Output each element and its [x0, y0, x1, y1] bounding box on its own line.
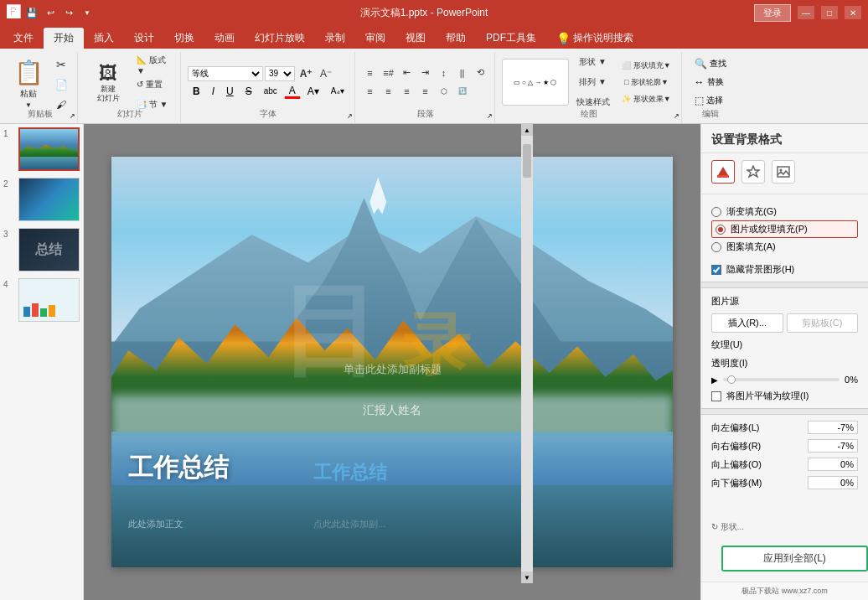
slide-thumbnail-2[interactable]: 2 [3, 178, 80, 221]
work-title[interactable]: 工作总结 [313, 460, 387, 485]
scroll-thumb[interactable] [523, 144, 531, 178]
replace-button[interactable]: ↔替换 [689, 74, 732, 91]
slide-thumbnail-1[interactable]: 1 [3, 127, 80, 171]
strikethrough-button[interactable]: S [240, 84, 257, 99]
tab-review[interactable]: 审阅 [355, 28, 395, 49]
close-button[interactable]: ✕ [845, 6, 861, 19]
slide-img-1[interactable] [18, 127, 80, 171]
font-size-select[interactable]: 39 [265, 66, 295, 81]
maximize-button[interactable]: □ [821, 6, 838, 19]
font-name-select[interactable]: 等线 [188, 66, 263, 81]
paste-button[interactable]: 📋 粘贴 ▼ [8, 59, 49, 109]
tab-record[interactable]: 录制 [315, 28, 355, 49]
offset-left-input[interactable] [808, 421, 858, 434]
main-title[interactable]: 工作总结 [128, 451, 229, 485]
shape-effect-side[interactable]: ✨ 形状效果▼ [617, 91, 676, 106]
scroll-down-button[interactable]: ▼ [521, 572, 533, 583]
apply-all-button[interactable]: 应用到全部(L) [721, 546, 868, 572]
slide-img-2[interactable] [18, 178, 80, 221]
slide-img-4[interactable] [18, 278, 80, 322]
login-button[interactable]: 登录 [754, 4, 791, 22]
new-slide-button[interactable]: 🖼 新建幻灯片 [85, 59, 132, 109]
numbering-button[interactable]: ≡# [380, 65, 397, 81]
cut-button[interactable]: ✂ [50, 55, 72, 74]
shape-fill-side[interactable]: ⬜ 形状填充▼ [617, 58, 676, 73]
slide-img-3[interactable]: 总结 [18, 228, 80, 272]
pattern-radio[interactable] [711, 242, 721, 252]
decrease-indent-button[interactable]: ⇤ [399, 65, 416, 81]
font-highlight-button[interactable]: A▾ [302, 84, 324, 99]
gradient-radio[interactable] [711, 207, 721, 217]
offset-down-input[interactable] [808, 476, 858, 489]
font-color-button[interactable]: A [284, 84, 301, 99]
tile-checkbox[interactable] [711, 391, 721, 401]
quick-customize[interactable]: ▼ [80, 6, 94, 19]
line-spacing-button[interactable]: ↕ [436, 65, 452, 81]
tab-file[interactable]: 文件 [3, 28, 44, 49]
columns-button[interactable]: || [454, 65, 471, 81]
tab-slideshow[interactable]: 幻灯片放映 [245, 28, 315, 49]
picture-icon[interactable] [772, 160, 795, 184]
font-expand[interactable]: ↗ [347, 112, 353, 120]
increase-font-button[interactable]: A⁺ [297, 65, 315, 82]
decrease-font-button[interactable]: A⁻ [317, 65, 335, 82]
fill-icon[interactable] [711, 160, 735, 184]
italic-button[interactable]: I [207, 84, 220, 99]
quick-styles-button[interactable]: 排列 ▼ [572, 74, 614, 91]
hide-graphics-option[interactable]: 隐藏背景图形(H) [701, 261, 868, 278]
align-right-button[interactable]: ≡ [399, 83, 416, 100]
insert-image-button[interactable]: 插入(R)... [711, 313, 783, 333]
tab-home[interactable]: 开始 [44, 28, 84, 49]
picture-radio[interactable] [716, 225, 726, 235]
align-center-button[interactable]: ≡ [380, 83, 397, 100]
paragraph-expand[interactable]: ↗ [487, 112, 493, 120]
tile-option[interactable]: 将图片平铺为纹理(I) [701, 387, 868, 405]
slide-thumbnail-4[interactable]: 4 [3, 278, 80, 322]
bold-button[interactable]: B [188, 84, 205, 99]
layout-button[interactable]: 📐 版式 ▼ [133, 55, 175, 74]
convert-smartart-button[interactable]: 🔃 [454, 83, 471, 100]
tab-search[interactable]: 💡操作说明搜索 [546, 28, 643, 49]
format-painter-button[interactable]: 🖌 [50, 96, 72, 114]
arrange-button[interactable]: 形状 ▼ [572, 54, 614, 70]
scroll-up-button[interactable]: ▲ [521, 124, 533, 136]
tab-help[interactable]: 帮助 [436, 28, 476, 49]
justify-button[interactable]: ≡ [417, 83, 434, 100]
find-button[interactable]: 🔍查找 [689, 55, 732, 72]
offset-up-input[interactable] [808, 458, 858, 471]
drawing-expand[interactable]: ↗ [674, 112, 679, 120]
bottom-text-2[interactable]: 点此此处添加副... [313, 518, 385, 530]
slide-thumbnail-3[interactable]: 3 总结 [3, 228, 80, 272]
shapes-gallery[interactable]: ▭○△ →★⬡ [502, 59, 569, 106]
transparency-slider[interactable] [723, 378, 840, 381]
copy-button[interactable]: 📄 [50, 75, 72, 94]
picture-fill-option[interactable]: 图片或纹理填充(P) [711, 220, 858, 238]
increase-indent-button[interactable]: ⇥ [417, 65, 434, 81]
bullets-button[interactable]: ≡ [362, 65, 379, 81]
reset-button[interactable]: ↺ 重置 [133, 75, 175, 94]
shape-outline-side[interactable]: □ 形状轮廓▼ [617, 75, 676, 90]
clear-format-button[interactable]: abc [259, 85, 282, 97]
tab-animations[interactable]: 动画 [204, 28, 245, 49]
tab-view[interactable]: 视图 [395, 28, 436, 49]
clipboard-expand[interactable]: ↗ [70, 112, 75, 120]
effects-icon[interactable] [741, 160, 765, 184]
align-left-button[interactable]: ≡ [362, 83, 379, 100]
tab-design[interactable]: 设计 [124, 28, 164, 49]
font-size-aa-button[interactable]: Aₐ▾ [326, 85, 349, 97]
subtitle-placeholder[interactable]: 单击此处添加副标题 [344, 362, 442, 377]
underline-button[interactable]: U [221, 84, 239, 99]
clipboard-button[interactable]: 剪贴板(C) [787, 313, 859, 333]
quick-save[interactable]: 💾 [25, 6, 39, 19]
pattern-fill-option[interactable]: 图案填充(A) [711, 238, 858, 256]
tab-insert[interactable]: 插入 [84, 28, 124, 49]
smartart-button[interactable]: ⬡ [436, 83, 452, 100]
select-button[interactable]: ⬚选择 [689, 92, 732, 109]
quick-redo[interactable]: ↪ [62, 6, 75, 19]
tab-pdf-tools[interactable]: PDF工具集 [476, 28, 546, 49]
gradient-fill-option[interactable]: 渐变填充(G) [711, 203, 858, 220]
direction-button[interactable]: ⟲ [473, 65, 489, 81]
tab-transitions[interactable]: 切换 [164, 28, 204, 49]
slide-canvas[interactable]: 目 录 单击此处添加副标题 汇报人姓名 工作总结 工作总结 此处添加正文 点此此… [111, 157, 673, 567]
hide-graphics-checkbox[interactable] [711, 265, 721, 275]
